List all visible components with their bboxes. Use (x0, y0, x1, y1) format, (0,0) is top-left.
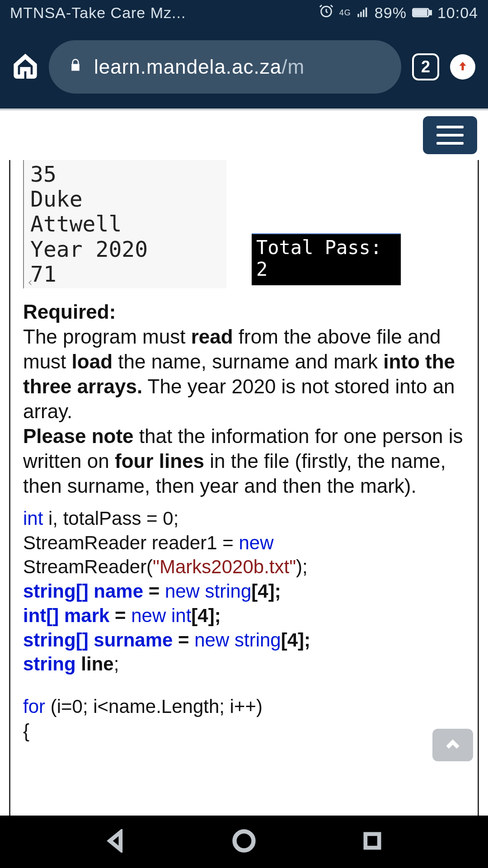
svg-rect-9 (366, 834, 379, 848)
android-status-bar: MTNSA-Take Care Mz... 4G 89% 10:04 (0, 0, 488, 25)
chevron-left-icon: ‹ (27, 276, 34, 289)
lock-icon (69, 56, 82, 78)
svg-rect-4 (366, 7, 367, 17)
home-button[interactable] (13, 53, 38, 80)
code-snippet: int i, totalPass = 0; StreamReader reade… (23, 506, 465, 743)
nav-home-button[interactable] (231, 828, 257, 855)
address-bar[interactable]: learn.mandela.ac.za/m (49, 40, 401, 94)
requirement-text: Required: The program must read from the… (23, 299, 465, 498)
file-line: Attwell (30, 212, 222, 236)
file-line: Year 2020 (30, 237, 222, 262)
file-line: Duke (30, 187, 222, 212)
status-right-cluster: 4G 89% 10:04 (319, 3, 478, 22)
network-type: 4G (339, 9, 351, 17)
nav-back-button[interactable] (104, 829, 127, 854)
clock-text: 10:04 (437, 4, 478, 22)
content-viewport: 35 Duke Attwell Year 2020 71 ‹ Total Pas… (0, 160, 488, 816)
tab-count-button[interactable]: 2 (412, 53, 439, 80)
battery-percent: 89% (375, 4, 407, 22)
file-preview-box: 35 Duke Attwell Year 2020 71 ‹ (23, 160, 226, 288)
console-line: Total Pass: (256, 237, 395, 259)
required-heading: Required: (23, 301, 116, 323)
console-line: 2 (256, 259, 395, 280)
carrier-text: MTNSA-Take Care Mz... (10, 4, 319, 22)
scroll-to-top-button[interactable] (432, 729, 473, 761)
hamburger-menu-button[interactable] (423, 116, 477, 154)
nav-recents-button[interactable] (361, 829, 384, 854)
svg-point-8 (235, 831, 253, 850)
browser-toolbar: learn.mandela.ac.za/m 2 (0, 25, 488, 108)
url-text: learn.mandela.ac.za/m (94, 56, 305, 78)
svg-rect-2 (360, 12, 362, 17)
svg-rect-1 (357, 14, 359, 17)
battery-icon (412, 4, 432, 22)
alarm-icon (319, 3, 334, 22)
svg-rect-3 (363, 9, 365, 17)
question-body: 35 Duke Attwell Year 2020 71 ‹ Total Pas… (9, 160, 479, 816)
file-line: 71 (30, 262, 222, 287)
console-output-box: Total Pass: 2 (252, 233, 401, 285)
signal-icon (357, 4, 369, 22)
svg-rect-7 (414, 10, 427, 15)
svg-rect-6 (429, 10, 431, 14)
site-header (0, 110, 488, 160)
upload-button[interactable] (450, 54, 475, 80)
android-nav-bar (0, 816, 488, 868)
file-line: 35 (30, 162, 222, 187)
